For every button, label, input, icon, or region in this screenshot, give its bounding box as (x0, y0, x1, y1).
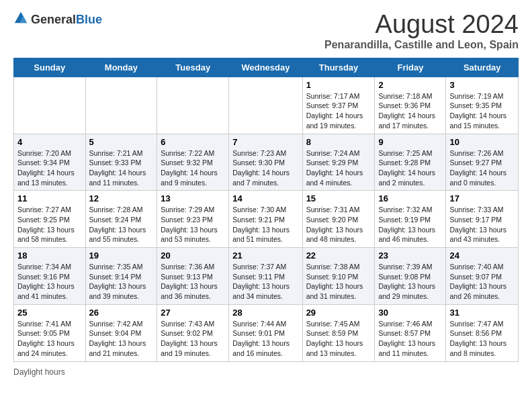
calendar-cell: 18Sunrise: 7:34 AMSunset: 9:16 PMDayligh… (14, 248, 86, 305)
day-info: Sunrise: 7:24 AMSunset: 9:29 PMDaylight:… (306, 148, 371, 188)
footer-note: Daylight hours (13, 367, 519, 377)
calendar-cell (14, 77, 86, 134)
page-header: GeneralBlue August 2024 Penarandilla, Ca… (13, 11, 519, 51)
title-area: August 2024 Penarandilla, Castille and L… (324, 11, 519, 51)
column-header-monday: Monday (85, 58, 157, 77)
calendar-cell: 25Sunrise: 7:41 AMSunset: 9:05 PMDayligh… (14, 304, 86, 361)
day-number: 3 (449, 80, 515, 90)
day-number: 13 (161, 193, 225, 203)
day-info: Sunrise: 7:28 AMSunset: 9:24 PMDaylight:… (89, 205, 154, 244)
calendar-cell: 13Sunrise: 7:29 AMSunset: 9:23 PMDayligh… (157, 191, 229, 248)
column-header-friday: Friday (375, 58, 446, 77)
calendar-cell: 23Sunrise: 7:39 AMSunset: 9:08 PMDayligh… (375, 248, 446, 305)
day-number: 17 (449, 193, 515, 203)
day-number: 8 (306, 137, 371, 147)
day-number: 10 (449, 137, 515, 147)
column-header-sunday: Sunday (14, 58, 86, 77)
day-info: Sunrise: 7:47 AMSunset: 8:56 PMDaylight:… (449, 319, 515, 359)
day-info: Sunrise: 7:33 AMSunset: 9:17 PMDaylight:… (449, 205, 515, 244)
day-number: 1 (306, 80, 371, 90)
calendar-cell: 27Sunrise: 7:43 AMSunset: 9:02 PMDayligh… (157, 304, 229, 361)
day-number: 30 (378, 308, 442, 318)
calendar-table: SundayMondayTuesdayWednesdayThursdayFrid… (13, 58, 519, 362)
calendar-cell (85, 77, 157, 134)
calendar-cell: 21Sunrise: 7:37 AMSunset: 9:11 PMDayligh… (229, 248, 302, 305)
day-number: 4 (17, 137, 82, 147)
day-number: 28 (232, 308, 298, 318)
day-number: 6 (161, 137, 225, 147)
day-info: Sunrise: 7:37 AMSunset: 9:11 PMDaylight:… (232, 262, 298, 302)
day-number: 25 (17, 308, 82, 318)
calendar-cell (157, 77, 229, 134)
calendar-cell: 9Sunrise: 7:25 AMSunset: 9:28 PMDaylight… (375, 134, 446, 191)
calendar-cell (229, 77, 302, 134)
calendar-cell: 1Sunrise: 7:17 AMSunset: 9:37 PMDaylight… (302, 77, 375, 134)
calendar-week-row: 11Sunrise: 7:27 AMSunset: 9:25 PMDayligh… (14, 191, 519, 248)
daylight-label: Daylight hours (13, 367, 65, 377)
calendar-week-row: 18Sunrise: 7:34 AMSunset: 9:16 PMDayligh… (14, 248, 519, 305)
day-info: Sunrise: 7:45 AMSunset: 8:59 PMDaylight:… (306, 319, 371, 359)
calendar-cell: 12Sunrise: 7:28 AMSunset: 9:24 PMDayligh… (85, 191, 157, 248)
day-number: 27 (161, 308, 225, 318)
day-info: Sunrise: 7:17 AMSunset: 9:37 PMDaylight:… (306, 91, 371, 131)
day-number: 15 (306, 193, 371, 203)
calendar-cell: 31Sunrise: 7:47 AMSunset: 8:56 PMDayligh… (446, 304, 519, 361)
calendar-header-row: SundayMondayTuesdayWednesdayThursdayFrid… (14, 58, 519, 77)
day-info: Sunrise: 7:21 AMSunset: 9:33 PMDaylight:… (89, 148, 154, 188)
column-header-saturday: Saturday (446, 58, 519, 77)
calendar-cell: 3Sunrise: 7:19 AMSunset: 9:35 PMDaylight… (446, 77, 519, 134)
day-number: 29 (306, 308, 371, 318)
day-number: 23 (378, 250, 442, 261)
day-number: 21 (232, 250, 298, 261)
day-number: 20 (161, 250, 225, 261)
calendar-cell: 7Sunrise: 7:23 AMSunset: 9:30 PMDaylight… (229, 134, 302, 191)
calendar-week-row: 1Sunrise: 7:17 AMSunset: 9:37 PMDaylight… (14, 77, 519, 134)
day-info: Sunrise: 7:25 AMSunset: 9:28 PMDaylight:… (378, 148, 442, 188)
day-number: 31 (449, 308, 515, 318)
day-number: 11 (17, 193, 82, 203)
calendar-cell: 6Sunrise: 7:22 AMSunset: 9:32 PMDaylight… (157, 134, 229, 191)
calendar-cell: 8Sunrise: 7:24 AMSunset: 9:29 PMDaylight… (302, 134, 375, 191)
day-info: Sunrise: 7:36 AMSunset: 9:13 PMDaylight:… (161, 262, 225, 302)
day-info: Sunrise: 7:29 AMSunset: 9:23 PMDaylight:… (161, 205, 225, 244)
day-info: Sunrise: 7:46 AMSunset: 8:57 PMDaylight:… (378, 319, 442, 359)
calendar-cell: 20Sunrise: 7:36 AMSunset: 9:13 PMDayligh… (157, 248, 229, 305)
day-info: Sunrise: 7:32 AMSunset: 9:19 PMDaylight:… (378, 205, 442, 244)
calendar-cell: 24Sunrise: 7:40 AMSunset: 9:07 PMDayligh… (446, 248, 519, 305)
calendar-cell: 26Sunrise: 7:42 AMSunset: 9:04 PMDayligh… (85, 304, 157, 361)
day-info: Sunrise: 7:44 AMSunset: 9:01 PMDaylight:… (232, 319, 298, 359)
day-number: 2 (378, 80, 442, 90)
day-number: 18 (17, 250, 82, 261)
calendar-week-row: 25Sunrise: 7:41 AMSunset: 9:05 PMDayligh… (14, 304, 519, 361)
calendar-cell: 5Sunrise: 7:21 AMSunset: 9:33 PMDaylight… (85, 134, 157, 191)
day-info: Sunrise: 7:26 AMSunset: 9:27 PMDaylight:… (449, 148, 515, 188)
page-title: August 2024 (324, 11, 519, 39)
day-info: Sunrise: 7:35 AMSunset: 9:14 PMDaylight:… (89, 262, 154, 302)
calendar-cell: 29Sunrise: 7:45 AMSunset: 8:59 PMDayligh… (302, 304, 375, 361)
calendar-cell: 15Sunrise: 7:31 AMSunset: 9:20 PMDayligh… (302, 191, 375, 248)
day-number: 7 (232, 137, 298, 147)
calendar-cell: 11Sunrise: 7:27 AMSunset: 9:25 PMDayligh… (14, 191, 86, 248)
calendar-cell: 10Sunrise: 7:26 AMSunset: 9:27 PMDayligh… (446, 134, 519, 191)
calendar-cell: 19Sunrise: 7:35 AMSunset: 9:14 PMDayligh… (85, 248, 157, 305)
calendar-cell: 28Sunrise: 7:44 AMSunset: 9:01 PMDayligh… (229, 304, 302, 361)
day-info: Sunrise: 7:22 AMSunset: 9:32 PMDaylight:… (161, 148, 225, 188)
day-number: 26 (89, 308, 154, 318)
day-info: Sunrise: 7:39 AMSunset: 9:08 PMDaylight:… (378, 262, 442, 302)
day-info: Sunrise: 7:18 AMSunset: 9:36 PMDaylight:… (378, 91, 442, 131)
day-info: Sunrise: 7:23 AMSunset: 9:30 PMDaylight:… (232, 148, 298, 188)
column-header-wednesday: Wednesday (229, 58, 302, 77)
calendar-cell: 16Sunrise: 7:32 AMSunset: 9:19 PMDayligh… (375, 191, 446, 248)
day-number: 19 (89, 250, 154, 261)
column-header-thursday: Thursday (302, 58, 375, 77)
column-header-tuesday: Tuesday (157, 58, 229, 77)
day-info: Sunrise: 7:41 AMSunset: 9:05 PMDaylight:… (17, 319, 82, 359)
logo-icon (13, 11, 28, 26)
calendar-cell: 2Sunrise: 7:18 AMSunset: 9:36 PMDaylight… (375, 77, 446, 134)
day-info: Sunrise: 7:42 AMSunset: 9:04 PMDaylight:… (89, 319, 154, 359)
day-info: Sunrise: 7:34 AMSunset: 9:16 PMDaylight:… (17, 262, 82, 302)
day-number: 22 (306, 250, 371, 261)
day-info: Sunrise: 7:30 AMSunset: 9:21 PMDaylight:… (232, 205, 298, 244)
logo: GeneralBlue (13, 11, 102, 28)
logo-blue-text: Blue (76, 13, 102, 26)
